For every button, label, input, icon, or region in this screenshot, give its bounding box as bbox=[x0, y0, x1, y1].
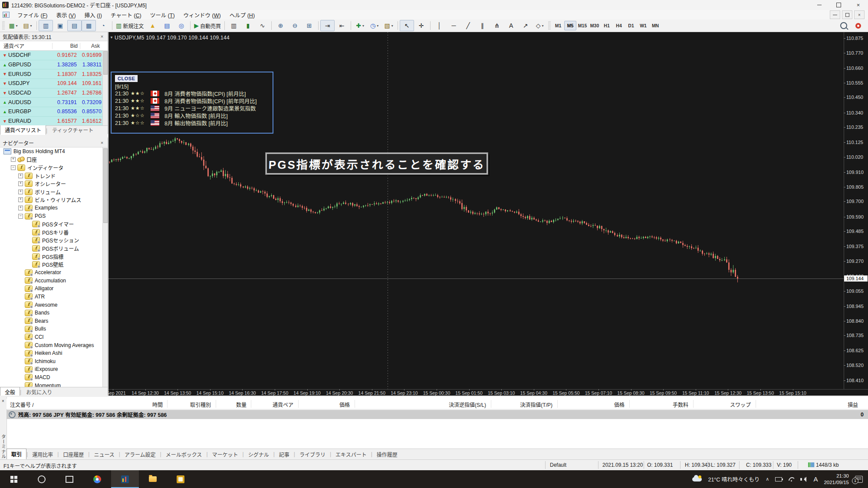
sounds-button[interactable]: ◎ bbox=[174, 20, 188, 31]
terminal-tab-1[interactable]: 運用比率 bbox=[28, 449, 57, 459]
terminal-column-11[interactable]: 損益 bbox=[789, 401, 858, 408]
expand-icon[interactable]: + bbox=[18, 197, 23, 202]
nav-item-momentum[interactable]: fMomentum bbox=[0, 381, 108, 387]
timeframe-m1[interactable]: M1 bbox=[552, 21, 564, 30]
taskbar-explorer[interactable] bbox=[139, 470, 167, 488]
terminal-tab-9[interactable]: ライブラリ bbox=[295, 449, 330, 459]
terminal-tab-3[interactable]: ニュース bbox=[89, 449, 118, 459]
nav-item-macd[interactable]: fMACD bbox=[0, 373, 108, 382]
timeframe-mn[interactable]: MN bbox=[649, 21, 661, 30]
chart-menu-arrow-icon[interactable]: ▼ bbox=[110, 36, 113, 39]
time-axis[interactable]: 14 Sep 202114 Sep 12:3014 Sep 13:5014 Se… bbox=[108, 389, 868, 396]
terminal-tab-5[interactable]: メールボックス bbox=[161, 449, 207, 459]
terminal-tab-10[interactable]: エキスパート bbox=[331, 449, 371, 459]
text-label-button[interactable]: A bbox=[504, 20, 518, 31]
quote-row-USDJPY[interactable]: ▼USDJPY109.144109.161 bbox=[0, 79, 108, 88]
mdi-close-button[interactable]: × bbox=[854, 10, 865, 19]
new-order-button[interactable]: ▥新規注文 bbox=[114, 20, 145, 31]
nav-item-custom-moving-averages[interactable]: fCustom Moving Averages bbox=[0, 341, 108, 349]
nav-item-alligator[interactable]: fAlligator bbox=[0, 285, 108, 293]
nav-item-heiken-ashi[interactable]: fHeiken Ashi bbox=[0, 349, 108, 357]
terminal-tab-4[interactable]: アラーム設定 bbox=[120, 449, 160, 459]
taskbar-clock[interactable]: 21:30 2021/09/15 bbox=[824, 473, 849, 486]
fibonacci-button[interactable]: ⋔ bbox=[490, 20, 504, 31]
collapse-icon[interactable]: − bbox=[11, 165, 16, 170]
column-ask[interactable]: Ask bbox=[80, 43, 102, 49]
taskbar-chrome[interactable] bbox=[83, 470, 111, 488]
nav-item-トレンド[interactable]: +fトレンド bbox=[0, 172, 108, 180]
nav-item-atr[interactable]: fATR bbox=[0, 293, 108, 301]
nav-item-accumulation[interactable]: fAccumulation bbox=[0, 277, 108, 285]
nav-item-pgs指標[interactable]: fPGS指標 bbox=[0, 252, 108, 261]
terminal-column-8[interactable]: 価格 bbox=[555, 401, 625, 408]
expand-icon[interactable]: + bbox=[18, 190, 23, 194]
collapse-icon[interactable]: − bbox=[18, 214, 23, 219]
templates-button[interactable]: ▧▾ bbox=[381, 20, 396, 31]
terminal-tab-11[interactable]: 操作履歴 bbox=[372, 449, 402, 459]
news-close-button[interactable]: CLOSE bbox=[115, 75, 138, 82]
terminal-toggle-button[interactable]: ▦ bbox=[82, 20, 96, 31]
shapes-button[interactable]: ◇▾ bbox=[533, 20, 547, 31]
terminal-close-icon[interactable]: × bbox=[2, 399, 4, 403]
navigator-scrollbar[interactable] bbox=[102, 147, 108, 387]
nav-item-bears[interactable]: fBears bbox=[0, 317, 108, 325]
menu-c[interactable]: チャート (C) bbox=[106, 10, 146, 20]
quote-row-EURGBP[interactable]: ▲EURGBP0.855360.85570 bbox=[0, 107, 108, 117]
notification-icon[interactable]: 1 bbox=[855, 476, 863, 483]
wifi-icon[interactable] bbox=[788, 477, 794, 481]
chart-window-icon[interactable] bbox=[3, 12, 10, 18]
chart-shift-button[interactable]: ⇤ bbox=[335, 20, 349, 31]
market-watch-toggle-button[interactable]: ▥ bbox=[39, 20, 53, 31]
mdi-restore-button[interactable] bbox=[842, 10, 852, 19]
navigator-toggle-button[interactable]: ▤ bbox=[67, 20, 82, 31]
data-window-button[interactable]: ▣ bbox=[53, 20, 67, 31]
expand-icon[interactable]: + bbox=[18, 174, 23, 178]
arrows-button[interactable]: ↗ bbox=[518, 20, 533, 31]
chart-bars-button[interactable]: ▥ bbox=[227, 20, 241, 31]
nav-item-口座[interactable]: +口座 bbox=[0, 156, 108, 164]
timeframe-h4[interactable]: H4 bbox=[613, 21, 625, 30]
nav-item-accelerator[interactable]: fAccelerator bbox=[0, 269, 108, 277]
quote-row-AUDUSD[interactable]: ▲AUDUSD0.731910.73209 bbox=[0, 98, 108, 107]
market-watch-scrollbar[interactable] bbox=[102, 51, 108, 125]
timeframe-h1[interactable]: H1 bbox=[601, 21, 613, 30]
horizontal-line-button[interactable]: ─ bbox=[447, 20, 461, 31]
nav-item-pgs壁紙[interactable]: fPGS壁紙 bbox=[0, 260, 108, 269]
expand-icon[interactable]: + bbox=[18, 181, 23, 186]
timeframe-d1[interactable]: D1 bbox=[625, 21, 637, 30]
chart-area[interactable]: 110.875110.770110.660110.555110.450110.3… bbox=[108, 32, 868, 396]
terminal-column-10[interactable]: スワップ bbox=[681, 401, 751, 408]
autotrading-button[interactable]: ▶自動売買 bbox=[192, 20, 223, 31]
expand-icon[interactable]: + bbox=[18, 206, 23, 210]
terminal-column-6[interactable]: 決済逆指値(S/L) bbox=[417, 401, 486, 408]
menu-i[interactable]: 挿入 (I) bbox=[80, 10, 106, 20]
indicators-button[interactable]: ✚▾ bbox=[353, 20, 367, 31]
zoom-in-button[interactable]: ⊕ bbox=[273, 20, 288, 31]
nav-item-ビル・ウィリアムス[interactable]: +fビル・ウィリアムス bbox=[0, 196, 108, 204]
column-currency-pair[interactable]: 通貨ペア bbox=[0, 42, 52, 49]
chart-candles-button[interactable]: ▮ bbox=[241, 20, 255, 31]
speaker-muted-icon[interactable] bbox=[800, 477, 807, 482]
chart-line-button[interactable]: ∿ bbox=[255, 20, 270, 31]
terminal-column-5[interactable]: 価格 bbox=[280, 401, 350, 408]
battery-icon[interactable] bbox=[775, 477, 782, 481]
crosshair-button[interactable]: ✛ bbox=[414, 20, 428, 31]
nav-item-bands[interactable]: fBands bbox=[0, 309, 108, 317]
terminal-tab-0[interactable]: 取引 bbox=[7, 449, 26, 459]
terminal-tab-6[interactable]: マーケット bbox=[208, 449, 243, 459]
tray-chevron-icon[interactable]: ∧ bbox=[766, 476, 769, 482]
mdi-minimize-button[interactable] bbox=[830, 10, 840, 19]
timeframe-m15[interactable]: M15 bbox=[576, 21, 589, 30]
market-watch-tab-0[interactable]: 通貨ペアリスト bbox=[0, 125, 46, 135]
terminal-tab-2[interactable]: 口座履歴 bbox=[59, 449, 88, 459]
quote-row-EURAUD[interactable]: ▼EURAUD1.615771.61612 bbox=[0, 117, 108, 125]
timeframe-w1[interactable]: W1 bbox=[637, 21, 649, 30]
nav-item-awesome[interactable]: fAwesome bbox=[0, 301, 108, 309]
terminal-tab-8[interactable]: 記事 bbox=[275, 449, 294, 459]
profiles-button[interactable]: ▤▾ bbox=[20, 20, 35, 31]
tile-windows-button[interactable]: ⊞ bbox=[302, 20, 316, 31]
terminal-column-7[interactable]: 決済指値(T/P) bbox=[483, 401, 552, 408]
market-watch-tab-1[interactable]: ティックチャート bbox=[47, 125, 98, 135]
quote-row-USDCHF[interactable]: ▼USDCHF0.916720.91699 bbox=[0, 51, 108, 60]
scrollbar-thumb[interactable] bbox=[103, 148, 108, 223]
